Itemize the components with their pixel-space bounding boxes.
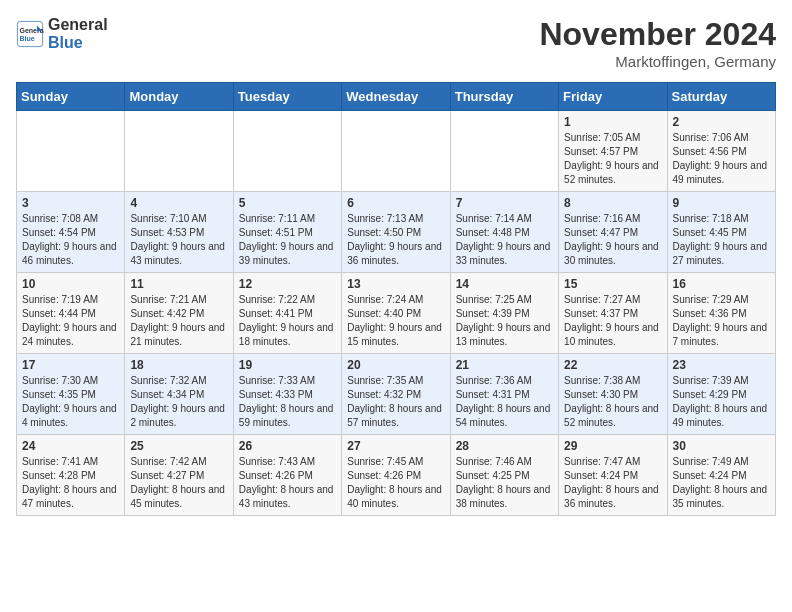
weekday-header-cell: Monday: [125, 83, 233, 111]
calendar-day-cell: 12Sunrise: 7:22 AMSunset: 4:41 PMDayligh…: [233, 273, 341, 354]
calendar-week-row: 17Sunrise: 7:30 AMSunset: 4:35 PMDayligh…: [17, 354, 776, 435]
calendar-day-cell: 27Sunrise: 7:45 AMSunset: 4:26 PMDayligh…: [342, 435, 450, 516]
weekday-header-cell: Wednesday: [342, 83, 450, 111]
location-subtitle: Marktoffingen, Germany: [539, 53, 776, 70]
day-number: 12: [239, 277, 336, 291]
day-info: Sunrise: 7:39 AMSunset: 4:29 PMDaylight:…: [673, 374, 770, 430]
day-number: 30: [673, 439, 770, 453]
calendar-day-cell: 30Sunrise: 7:49 AMSunset: 4:24 PMDayligh…: [667, 435, 775, 516]
calendar-day-cell: 3Sunrise: 7:08 AMSunset: 4:54 PMDaylight…: [17, 192, 125, 273]
calendar-day-cell: 14Sunrise: 7:25 AMSunset: 4:39 PMDayligh…: [450, 273, 558, 354]
day-info: Sunrise: 7:06 AMSunset: 4:56 PMDaylight:…: [673, 131, 770, 187]
day-info: Sunrise: 7:22 AMSunset: 4:41 PMDaylight:…: [239, 293, 336, 349]
day-number: 7: [456, 196, 553, 210]
day-number: 17: [22, 358, 119, 372]
day-number: 27: [347, 439, 444, 453]
day-info: Sunrise: 7:19 AMSunset: 4:44 PMDaylight:…: [22, 293, 119, 349]
calendar-day-cell: 4Sunrise: 7:10 AMSunset: 4:53 PMDaylight…: [125, 192, 233, 273]
calendar-day-cell: 1Sunrise: 7:05 AMSunset: 4:57 PMDaylight…: [559, 111, 667, 192]
calendar-day-cell: 21Sunrise: 7:36 AMSunset: 4:31 PMDayligh…: [450, 354, 558, 435]
day-info: Sunrise: 7:33 AMSunset: 4:33 PMDaylight:…: [239, 374, 336, 430]
day-number: 20: [347, 358, 444, 372]
day-number: 2: [673, 115, 770, 129]
day-info: Sunrise: 7:30 AMSunset: 4:35 PMDaylight:…: [22, 374, 119, 430]
day-info: Sunrise: 7:36 AMSunset: 4:31 PMDaylight:…: [456, 374, 553, 430]
calendar-day-cell: 15Sunrise: 7:27 AMSunset: 4:37 PMDayligh…: [559, 273, 667, 354]
calendar-day-cell: 28Sunrise: 7:46 AMSunset: 4:25 PMDayligh…: [450, 435, 558, 516]
calendar-day-cell: 2Sunrise: 7:06 AMSunset: 4:56 PMDaylight…: [667, 111, 775, 192]
day-number: 15: [564, 277, 661, 291]
calendar-day-cell: 29Sunrise: 7:47 AMSunset: 4:24 PMDayligh…: [559, 435, 667, 516]
day-number: 10: [22, 277, 119, 291]
calendar-day-cell: 18Sunrise: 7:32 AMSunset: 4:34 PMDayligh…: [125, 354, 233, 435]
day-number: 19: [239, 358, 336, 372]
day-info: Sunrise: 7:14 AMSunset: 4:48 PMDaylight:…: [456, 212, 553, 268]
calendar-day-cell: 19Sunrise: 7:33 AMSunset: 4:33 PMDayligh…: [233, 354, 341, 435]
day-info: Sunrise: 7:47 AMSunset: 4:24 PMDaylight:…: [564, 455, 661, 511]
weekday-header-cell: Friday: [559, 83, 667, 111]
day-info: Sunrise: 7:08 AMSunset: 4:54 PMDaylight:…: [22, 212, 119, 268]
day-number: 1: [564, 115, 661, 129]
day-info: Sunrise: 7:45 AMSunset: 4:26 PMDaylight:…: [347, 455, 444, 511]
logo: General Blue General Blue: [16, 16, 108, 51]
calendar-table: SundayMondayTuesdayWednesdayThursdayFrid…: [16, 82, 776, 516]
day-number: 16: [673, 277, 770, 291]
day-number: 4: [130, 196, 227, 210]
calendar-day-cell: 8Sunrise: 7:16 AMSunset: 4:47 PMDaylight…: [559, 192, 667, 273]
svg-rect-0: [17, 21, 42, 46]
day-info: Sunrise: 7:18 AMSunset: 4:45 PMDaylight:…: [673, 212, 770, 268]
calendar-day-cell: 26Sunrise: 7:43 AMSunset: 4:26 PMDayligh…: [233, 435, 341, 516]
day-info: Sunrise: 7:11 AMSunset: 4:51 PMDaylight:…: [239, 212, 336, 268]
day-info: Sunrise: 7:43 AMSunset: 4:26 PMDaylight:…: [239, 455, 336, 511]
calendar-day-cell: 5Sunrise: 7:11 AMSunset: 4:51 PMDaylight…: [233, 192, 341, 273]
day-info: Sunrise: 7:46 AMSunset: 4:25 PMDaylight:…: [456, 455, 553, 511]
calendar-day-cell: [233, 111, 341, 192]
calendar-week-row: 24Sunrise: 7:41 AMSunset: 4:28 PMDayligh…: [17, 435, 776, 516]
logo-icon: General Blue: [16, 20, 44, 48]
day-info: Sunrise: 7:35 AMSunset: 4:32 PMDaylight:…: [347, 374, 444, 430]
calendar-week-row: 3Sunrise: 7:08 AMSunset: 4:54 PMDaylight…: [17, 192, 776, 273]
day-number: 11: [130, 277, 227, 291]
calendar-week-row: 10Sunrise: 7:19 AMSunset: 4:44 PMDayligh…: [17, 273, 776, 354]
calendar-day-cell: 13Sunrise: 7:24 AMSunset: 4:40 PMDayligh…: [342, 273, 450, 354]
calendar-day-cell: 25Sunrise: 7:42 AMSunset: 4:27 PMDayligh…: [125, 435, 233, 516]
calendar-day-cell: 23Sunrise: 7:39 AMSunset: 4:29 PMDayligh…: [667, 354, 775, 435]
calendar-day-cell: 11Sunrise: 7:21 AMSunset: 4:42 PMDayligh…: [125, 273, 233, 354]
calendar-day-cell: 10Sunrise: 7:19 AMSunset: 4:44 PMDayligh…: [17, 273, 125, 354]
calendar-day-cell: 6Sunrise: 7:13 AMSunset: 4:50 PMDaylight…: [342, 192, 450, 273]
page-header: General Blue General Blue November 2024 …: [16, 16, 776, 70]
day-number: 6: [347, 196, 444, 210]
calendar-day-cell: [450, 111, 558, 192]
calendar-day-cell: 17Sunrise: 7:30 AMSunset: 4:35 PMDayligh…: [17, 354, 125, 435]
day-number: 13: [347, 277, 444, 291]
day-number: 3: [22, 196, 119, 210]
day-number: 25: [130, 439, 227, 453]
day-info: Sunrise: 7:13 AMSunset: 4:50 PMDaylight:…: [347, 212, 444, 268]
weekday-header-cell: Saturday: [667, 83, 775, 111]
day-info: Sunrise: 7:16 AMSunset: 4:47 PMDaylight:…: [564, 212, 661, 268]
day-info: Sunrise: 7:24 AMSunset: 4:40 PMDaylight:…: [347, 293, 444, 349]
day-info: Sunrise: 7:25 AMSunset: 4:39 PMDaylight:…: [456, 293, 553, 349]
day-number: 22: [564, 358, 661, 372]
day-info: Sunrise: 7:27 AMSunset: 4:37 PMDaylight:…: [564, 293, 661, 349]
day-number: 8: [564, 196, 661, 210]
logo-blue: Blue: [48, 34, 108, 52]
calendar-day-cell: 16Sunrise: 7:29 AMSunset: 4:36 PMDayligh…: [667, 273, 775, 354]
svg-text:Blue: Blue: [20, 35, 35, 42]
logo-general: General: [48, 16, 108, 34]
day-number: 26: [239, 439, 336, 453]
calendar-day-cell: [342, 111, 450, 192]
title-block: November 2024 Marktoffingen, Germany: [539, 16, 776, 70]
calendar-day-cell: 20Sunrise: 7:35 AMSunset: 4:32 PMDayligh…: [342, 354, 450, 435]
calendar-day-cell: 24Sunrise: 7:41 AMSunset: 4:28 PMDayligh…: [17, 435, 125, 516]
calendar-day-cell: 22Sunrise: 7:38 AMSunset: 4:30 PMDayligh…: [559, 354, 667, 435]
weekday-header-row: SundayMondayTuesdayWednesdayThursdayFrid…: [17, 83, 776, 111]
day-info: Sunrise: 7:38 AMSunset: 4:30 PMDaylight:…: [564, 374, 661, 430]
day-info: Sunrise: 7:05 AMSunset: 4:57 PMDaylight:…: [564, 131, 661, 187]
day-info: Sunrise: 7:29 AMSunset: 4:36 PMDaylight:…: [673, 293, 770, 349]
day-number: 28: [456, 439, 553, 453]
day-info: Sunrise: 7:42 AMSunset: 4:27 PMDaylight:…: [130, 455, 227, 511]
day-info: Sunrise: 7:49 AMSunset: 4:24 PMDaylight:…: [673, 455, 770, 511]
calendar-body: 1Sunrise: 7:05 AMSunset: 4:57 PMDaylight…: [17, 111, 776, 516]
weekday-header-cell: Thursday: [450, 83, 558, 111]
